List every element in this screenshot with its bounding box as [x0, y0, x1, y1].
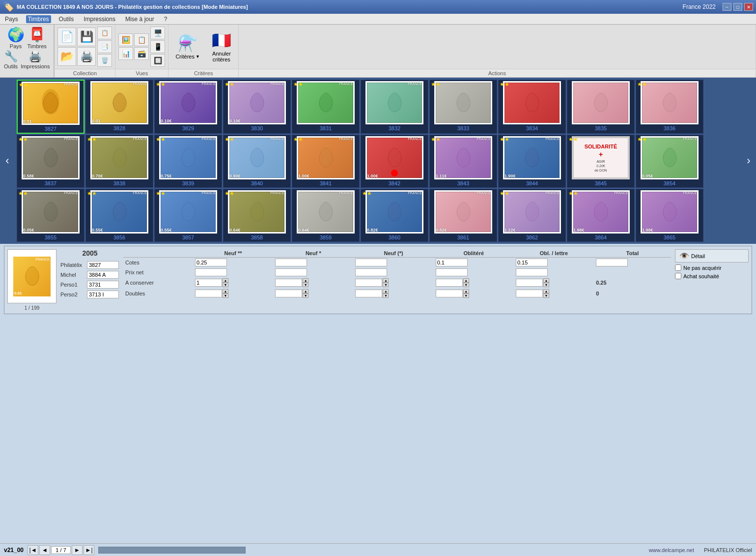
stamp-3859[interactable]: 0.64€ FRANCE 3859 [292, 189, 360, 242]
stamp-num-3833[interactable]: 3833 [457, 125, 469, 131]
stamp-num-3859[interactable]: 3859 [320, 234, 332, 240]
doubles-neuf1-up[interactable]: ▲ [303, 289, 308, 293]
stamp-num-3838[interactable]: 3838 [113, 180, 125, 186]
conserver-oblitere[interactable] [436, 279, 463, 287]
cotes-total[interactable] [596, 259, 628, 266]
menu-outils[interactable]: Outils [57, 15, 76, 23]
stamp-3862[interactable]: ★★ 1.22€ FRANCE 3862 [498, 189, 566, 242]
stamp-3833[interactable]: ★★ 3833 [429, 80, 497, 134]
stamp-num-3840[interactable]: 3840 [251, 180, 263, 186]
conserver-obl-up[interactable]: ▲ [463, 278, 469, 283]
cotes-neuf2[interactable] [195, 259, 227, 266]
stamp-3837[interactable]: ★★ 0.58€ FRANCE 3837 [17, 135, 84, 188]
prev-page-btn[interactable]: ‹ [0, 78, 15, 244]
stamp-num-3836[interactable]: 3836 [664, 125, 675, 131]
annuler-criteres-btn[interactable]: 🇫🇷 Annulercritères [208, 29, 235, 64]
stamp-num-3829[interactable]: 3829 [182, 125, 194, 131]
stamp-3835[interactable]: 3835 [567, 80, 635, 134]
stamp-num-3854[interactable]: 3854 [664, 180, 675, 186]
conserver-obl-down[interactable]: ▼ [463, 283, 469, 287]
stamp-3838[interactable]: ★★ 0.70€ FRANCE 3838 [85, 135, 153, 188]
cotes-oblitere[interactable] [436, 259, 468, 266]
doubles-neuf0-down[interactable]: ▼ [383, 293, 389, 298]
stamp-num-3842[interactable]: 3842 [389, 180, 400, 186]
prixnet-oblitere[interactable] [436, 268, 468, 276]
stamp-3842[interactable]: 1.00€ FRANCE 3842 [361, 135, 428, 188]
stamp-3856[interactable]: ★★ 0.55€ FRANCE 3856 [85, 189, 153, 242]
ne-pas-acquerir-checkbox[interactable] [675, 264, 681, 271]
stamp-num-3862[interactable]: 3862 [526, 234, 538, 240]
stamp-num-3844[interactable]: 3844 [526, 180, 538, 186]
prixnet-neuf1[interactable] [275, 268, 307, 276]
prixnet-neuf0[interactable] [355, 268, 387, 276]
stamp-num-3831[interactable]: 3831 [320, 125, 332, 131]
conserver-obll-down[interactable]: ▼ [543, 283, 549, 287]
stamp-num-3860[interactable]: 3860 [389, 234, 400, 240]
stamp-num-3837[interactable]: 3837 [45, 180, 56, 186]
conserver-neuf1-down[interactable]: ▼ [303, 283, 308, 287]
collection-btn-open[interactable]: 📂 [57, 47, 76, 66]
conserver-neuf2-down[interactable]: ▼ [223, 283, 228, 287]
stamp-num-3841[interactable]: 3841 [320, 180, 332, 186]
stamp-3861[interactable]: 0.82€ FRANCE 3861 [429, 189, 497, 242]
doubles-oblitere[interactable] [436, 290, 463, 297]
next-page-btn[interactable]: › [741, 78, 756, 244]
nav-prev-btn[interactable]: ◄ [39, 545, 50, 555]
collection-btn-copy[interactable]: 📋 [97, 27, 112, 39]
vue-btn-5[interactable]: 🖥️ [150, 27, 165, 39]
stamp-3840[interactable]: ★★ 0.90€ FRANCE 3840 [223, 135, 291, 188]
stamp-3855[interactable]: ★★ 0.05€ FRANCE 3855 [17, 189, 84, 242]
stamp-num-3834[interactable]: 3834 [526, 125, 538, 131]
stamp-num-3835[interactable]: 3835 [595, 125, 607, 131]
doubles-neuf0-up[interactable]: ▲ [383, 289, 389, 293]
stamp-num-3830[interactable]: 3830 [251, 125, 263, 131]
stamp-num-3858[interactable]: 3858 [251, 234, 263, 240]
conserver-neuf2-up[interactable]: ▲ [223, 278, 228, 283]
stamp-3829[interactable]: ★★ 0.10€ FRANCE 3829 [154, 80, 222, 134]
stamp-3844[interactable]: ★★ 1.90€ FRANCE 3844 [498, 135, 566, 188]
stamp-3841[interactable]: ★★ 1.00€ FRANCE 3841 [292, 135, 360, 188]
doubles-neuf1[interactable] [275, 290, 302, 297]
doubles-neuf0[interactable] [355, 290, 382, 297]
achat-souhaite-checkbox[interactable] [675, 273, 681, 279]
stamp-3865[interactable]: 1.98€ FRANCE 3865 [636, 189, 703, 242]
stamp-num-3827[interactable]: 3827 [45, 126, 56, 132]
menu-timbres[interactable]: Timbres [26, 15, 51, 23]
conserver-neuf0-down[interactable]: ▼ [383, 283, 389, 287]
menu-help[interactable]: ? [162, 15, 169, 23]
minimize-button[interactable]: − [723, 3, 731, 11]
stamp-3828[interactable]: 0.01 FRANCE 3828 [85, 80, 153, 134]
stamp-num-3839[interactable]: 3839 [182, 180, 194, 186]
stamp-3860[interactable]: ★★ 0.82€ FRANCE 3860 [361, 189, 428, 242]
nav-next-btn[interactable]: ► [72, 545, 83, 555]
vue-btn-2[interactable]: 📋 [134, 33, 149, 46]
stamp-3831[interactable]: ★★ FRANCE 3831 [292, 80, 360, 134]
stamp-3843[interactable]: ★★ 1.11€ FRANCE 3843 [429, 135, 497, 188]
stamp-num-3832[interactable]: 3832 [389, 125, 400, 131]
detail-perso1-input[interactable] [87, 281, 119, 289]
collection-btn-paste[interactable]: 📑 [97, 40, 112, 53]
doubles-neuf2-up[interactable]: ▲ [223, 289, 228, 293]
nav-page-input[interactable] [51, 546, 71, 554]
collection-btn-save[interactable]: 💾 [77, 28, 96, 46]
menu-pays[interactable]: Pays [3, 15, 20, 23]
stamp-num-3857[interactable]: 3857 [182, 234, 194, 240]
conserver-neuf2[interactable] [195, 279, 222, 287]
conserver-obl-lettre[interactable] [516, 279, 543, 287]
criteres-btn[interactable]: ⚗️ Critères ▼ [171, 32, 203, 61]
stamp-num-3843[interactable]: 3843 [457, 180, 469, 186]
stamp-3858[interactable]: ★★ 0.64€ FRANCE 3858 [223, 189, 291, 242]
cotes-neuf1[interactable] [275, 259, 307, 266]
collection-btn-new[interactable]: 📄 [57, 28, 76, 46]
cotes-obl-lettre[interactable] [516, 259, 548, 266]
detail-philatelix-input[interactable] [87, 261, 119, 269]
stamp-3854[interactable]: ★★ 0.05€ FRANCE 3854 [636, 135, 703, 188]
cotes-neuf0[interactable] [355, 259, 387, 266]
vue-btn-7[interactable]: 🔲 [150, 54, 165, 67]
stamp-num-3845[interactable]: 3845 [595, 180, 607, 186]
doubles-neuf2[interactable] [195, 290, 222, 297]
collection-btn-print[interactable]: 🖨️ [77, 47, 96, 66]
stamp-3857[interactable]: ★★ 0.55€ FRANCE 3857 [154, 189, 222, 242]
vue-btn-4[interactable]: 🗃️ [134, 47, 149, 60]
doubles-neuf1-down[interactable]: ▼ [303, 293, 308, 298]
